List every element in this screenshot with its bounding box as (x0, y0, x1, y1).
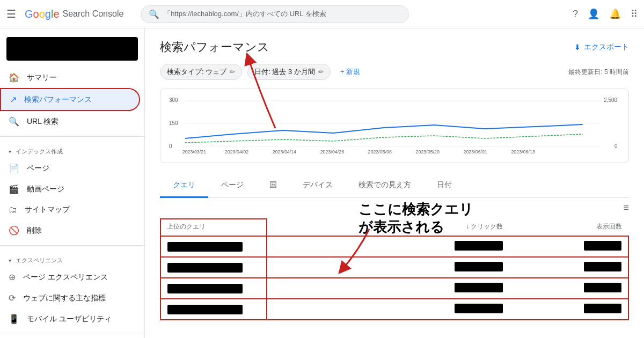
filter-icon[interactable]: ≡ (623, 202, 629, 214)
type-filter-chip[interactable]: 検索タイプ: ウェブ ✏ (160, 64, 242, 80)
last-updated: 最終更新日: 5 時間前 (568, 68, 629, 77)
tab-label: クエリ (173, 180, 195, 189)
sidebar-item-label: ページ (27, 164, 49, 173)
console-label: Search Console (63, 9, 124, 19)
svg-text:2023/04/02: 2023/04/02 (225, 149, 248, 155)
sidebar-item-page-experience[interactable]: ⊕ ページ エクスペリエンス (0, 267, 140, 288)
bell-icon[interactable]: 🔔 (609, 8, 621, 20)
export-button[interactable]: ⬇ エクスポート (574, 42, 629, 52)
topbar-actions: ? 👤 🔔 ⠿ (573, 8, 638, 20)
tab-label: デバイス (303, 180, 333, 189)
date-filter-label: 日付: 過去 3 か月間 (254, 67, 315, 77)
tab-dates[interactable]: 日付 (424, 174, 465, 198)
sidebar-item-label: ウェブに関する主な指標 (23, 293, 106, 303)
menu-icon[interactable]: ☰ (6, 8, 16, 20)
svg-text:2023/06/13: 2023/06/13 (511, 149, 535, 155)
section-label-experience[interactable]: ▾ エクスペリエンス (0, 250, 144, 267)
sidebar-item-pages[interactable]: 📄 ページ (0, 158, 140, 179)
search-icon: 🔍 (149, 9, 159, 19)
impressions-cell (509, 236, 628, 257)
clicks-cell (367, 278, 510, 299)
query-cell (160, 236, 367, 257)
tab-label: 国 (269, 180, 277, 189)
sidebar-item-video-pages[interactable]: 🎬 動画ページ (0, 179, 140, 200)
sidebar: 🏠 サマリー ↗ 検索パフォーマンス 🔍 URL 検索 ▾ インデックス作成 📄… (0, 28, 145, 338)
page-icon: 📄 (9, 163, 19, 173)
search-icon: 🔍 (9, 116, 19, 127)
section-label-index[interactable]: ▾ インデックス作成 (0, 141, 144, 158)
impressions-column-header: 表示回数 (596, 223, 622, 230)
search-input[interactable]: 「https://iechablog.com/」内のすべての URL を検索 (164, 9, 326, 19)
account-icon[interactable]: 👤 (588, 8, 599, 20)
new-filter-label: + 新規 (340, 67, 360, 77)
table-section: ここに検索クエリ が表示される ≡ 上位のクエリ ↓ クリック数 (160, 198, 629, 320)
sidebar-item-mobile-usability[interactable]: 📱 モバイル ユーザビリティ (0, 308, 140, 329)
clicks-cell (367, 236, 510, 257)
performance-chart: 300 150 0 2,500 0 2023/03/21 2023/04/02 … (169, 95, 620, 155)
svg-text:2023/05/20: 2023/05/20 (416, 149, 440, 155)
query-bar (167, 242, 243, 252)
experience-icon: ⊕ (9, 272, 16, 282)
impressions-bar (584, 304, 621, 313)
section-label-text: エクスペリエンス (16, 256, 63, 264)
header-clicks: ↓ クリック数 (367, 218, 510, 236)
sidebar-item-sitemap[interactable]: 🗂 サイトマップ (0, 200, 140, 220)
query-bar (167, 263, 243, 273)
impressions-cell (509, 278, 628, 299)
sidebar-item-label: サイトマップ (25, 205, 70, 215)
header-impressions: 表示回数 (509, 218, 628, 236)
search-bar[interactable]: 🔍 「https://iechablog.com/」内のすべての URL を検索 (141, 5, 409, 23)
svg-text:300: 300 (169, 97, 178, 103)
divider-2 (0, 245, 144, 246)
impressions-bar (584, 262, 621, 271)
sidebar-item-label: サマリー (27, 73, 57, 83)
impressions-bar (584, 241, 621, 251)
sidebar-item-summary[interactable]: 🏠 サマリー (0, 67, 140, 88)
svg-text:2,500: 2,500 (604, 97, 617, 103)
query-cell (160, 278, 367, 299)
svg-text:2023/04/26: 2023/04/26 (320, 149, 344, 155)
topbar: ☰ Google Search Console 🔍 「https://iecha… (0, 0, 644, 28)
svg-text:2023/06/01: 2023/06/01 (463, 149, 487, 155)
clicks-bar (455, 241, 503, 251)
query-column-header: 上位のクエリ (167, 223, 206, 230)
table-row (160, 278, 628, 299)
help-icon[interactable]: ? (573, 9, 578, 20)
sidebar-item-url-inspection[interactable]: 🔍 URL 検索 (0, 111, 140, 132)
section-label-text: インデックス作成 (16, 148, 63, 156)
svg-text:0: 0 (169, 143, 172, 149)
tab-countries[interactable]: 国 (257, 174, 290, 198)
sidebar-item-label: 動画ページ (27, 185, 64, 194)
query-bar (167, 284, 243, 293)
sidebar-item-search-performance[interactable]: ↗ 検索パフォーマンス (0, 88, 140, 111)
sidebar-item-label: ページ エクスペリエンス (23, 273, 108, 282)
tab-pages[interactable]: ページ (208, 174, 257, 198)
mobile-icon: 📱 (9, 314, 19, 324)
tabs: クエリ ページ 国 デバイス 検索での見え方 日付 (160, 174, 629, 198)
sidebar-item-web-vitals[interactable]: ⟳ ウェブに関する主な指標 (0, 288, 140, 308)
clicks-bar (455, 262, 503, 271)
tab-search-appearance[interactable]: 検索での見え方 (346, 174, 424, 198)
table-header-row: 上位のクエリ ↓ クリック数 表示回数 (160, 218, 628, 236)
chart-area: 300 150 0 2,500 0 2023/03/21 2023/04/02 … (160, 89, 629, 163)
sidebar-item-removals[interactable]: 🚫 削除 (0, 220, 140, 241)
svg-text:2023/04/14: 2023/04/14 (273, 149, 296, 155)
chevron-down-icon: ▾ (9, 149, 11, 155)
google-logo-text: Google (25, 8, 60, 20)
main-content: 検索パフォーマンス ⬇ エクスポート 検索タイプ: ウェブ ✏ 日付: 過去 3… (145, 28, 644, 338)
tab-queries[interactable]: クエリ (160, 174, 208, 198)
grid-icon[interactable]: ⠿ (631, 8, 638, 20)
video-icon: 🎬 (9, 184, 19, 194)
new-filter-button[interactable]: + 新規 (336, 64, 364, 79)
sidebar-item-label: 削除 (27, 226, 42, 236)
removal-icon: 🚫 (9, 225, 19, 236)
impressions-bar (584, 283, 621, 292)
table-filter-row: ≡ (160, 198, 629, 218)
home-icon: 🏠 (9, 72, 19, 83)
query-bar (167, 305, 243, 314)
date-filter-chip[interactable]: 日付: 過去 3 か月間 ✏ (247, 64, 331, 80)
edit-icon: ✏ (230, 68, 235, 76)
tab-devices[interactable]: デバイス (290, 174, 346, 198)
tab-label: 日付 (437, 180, 452, 189)
sidebar-item-label: URL 検索 (27, 117, 58, 127)
